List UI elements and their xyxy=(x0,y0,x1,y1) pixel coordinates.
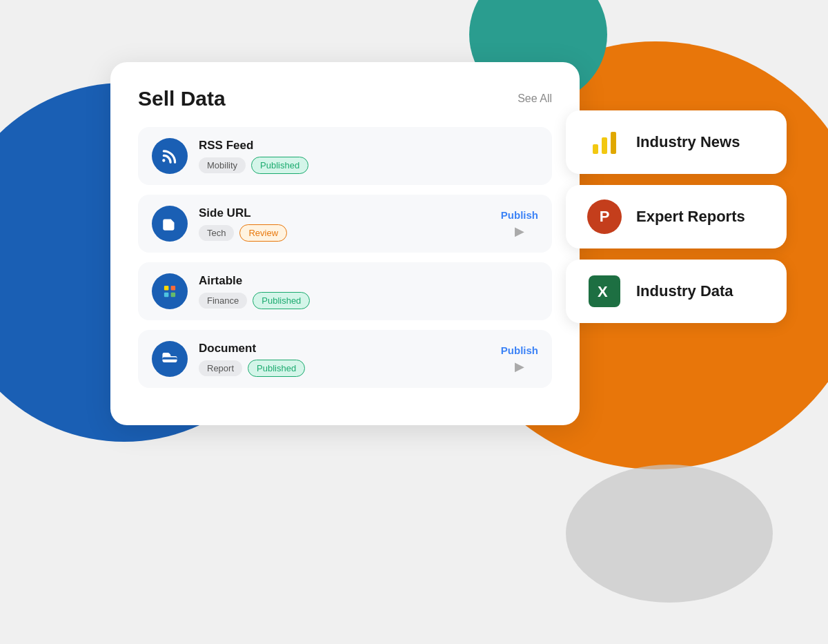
industry-data-label: Industry Data xyxy=(636,282,733,300)
side-url-name: Side URL xyxy=(199,206,490,220)
rss-feed-tags: Mobility Published xyxy=(199,157,538,174)
airtable-icon xyxy=(161,282,179,300)
published-tag: Published xyxy=(248,360,305,377)
expert-reports-card[interactable]: P Expert Reports xyxy=(566,185,787,248)
powerpoint-icon-container: P xyxy=(585,197,624,236)
svg-rect-6 xyxy=(611,132,616,154)
powerpoint-icon: P xyxy=(587,199,622,234)
svg-rect-4 xyxy=(593,144,598,154)
review-tag: Review xyxy=(239,224,287,242)
svg-rect-0 xyxy=(164,286,169,291)
mobility-tag: Mobility xyxy=(199,157,246,173)
arrow-right-icon: ▶ xyxy=(515,359,524,374)
expert-reports-label: Expert Reports xyxy=(636,208,745,226)
excel-x-icon: X xyxy=(594,281,615,302)
svg-rect-3 xyxy=(171,293,176,297)
card-header: Sell Data See All xyxy=(138,87,552,110)
svg-rect-2 xyxy=(164,293,169,297)
gray-blob-decoration xyxy=(566,465,773,603)
document-tags: Report Published xyxy=(199,360,490,377)
rss-feed-name: RSS Feed xyxy=(199,139,538,153)
document-icon-bg xyxy=(152,341,188,377)
category-cards: Industry News P Expert Reports X Industr… xyxy=(566,110,787,334)
sell-data-card: Sell Data See All RSS Feed Mobility Publ… xyxy=(110,62,580,425)
list-item: RSS Feed Mobility Published xyxy=(138,127,552,185)
industry-data-card[interactable]: X Industry Data xyxy=(566,260,787,323)
document-action[interactable]: Publish ▶ xyxy=(501,344,538,374)
link-icon xyxy=(161,215,179,233)
see-all-link[interactable]: See All xyxy=(518,92,552,105)
svg-rect-1 xyxy=(171,286,176,291)
folder-icon xyxy=(161,350,179,368)
excel-icon: X xyxy=(589,275,620,307)
side-url-content: Side URL Tech Review xyxy=(199,206,490,242)
powerbi-icon-container xyxy=(585,123,624,162)
side-url-action[interactable]: Publish ▶ xyxy=(501,209,538,239)
airtable-content: Airtable Finance Published xyxy=(199,274,538,309)
published-tag: Published xyxy=(251,157,308,174)
side-url-tags: Tech Review xyxy=(199,224,490,242)
list-item: Airtable Finance Published xyxy=(138,262,552,320)
industry-news-label: Industry News xyxy=(636,133,740,151)
published-tag: Published xyxy=(253,292,310,309)
document-content: Document Report Published xyxy=(199,342,490,377)
side-url-icon-bg xyxy=(152,206,188,242)
airtable-tags: Finance Published xyxy=(199,292,538,309)
list-item: Side URL Tech Review Publish ▶ xyxy=(138,195,552,253)
tech-tag: Tech xyxy=(199,225,234,241)
publish-button[interactable]: Publish xyxy=(501,344,538,356)
rss-feed-content: RSS Feed Mobility Published xyxy=(199,139,538,174)
arrow-right-icon: ▶ xyxy=(515,224,524,239)
airtable-name: Airtable xyxy=(199,274,538,288)
publish-button[interactable]: Publish xyxy=(501,209,538,221)
rss-icon xyxy=(161,147,179,165)
list-item: Document Report Published Publish ▶ xyxy=(138,330,552,388)
finance-tag: Finance xyxy=(199,293,247,309)
excel-icon-container: X xyxy=(585,272,624,311)
powerbi-icon xyxy=(589,126,620,158)
svg-rect-5 xyxy=(602,137,607,154)
rss-icon-bg xyxy=(152,138,188,174)
airtable-icon-bg xyxy=(152,273,188,309)
report-tag: Report xyxy=(199,360,242,376)
card-title: Sell Data xyxy=(138,87,226,110)
svg-text:X: X xyxy=(598,283,608,300)
industry-news-card[interactable]: Industry News xyxy=(566,110,787,174)
document-name: Document xyxy=(199,342,490,355)
